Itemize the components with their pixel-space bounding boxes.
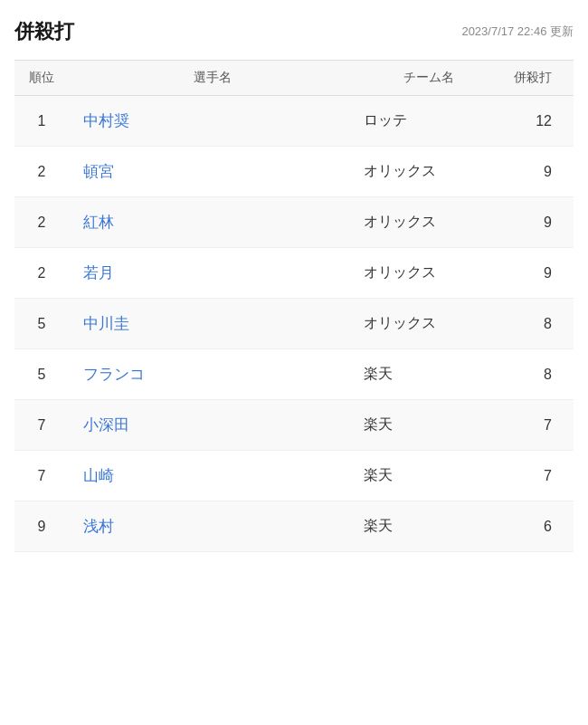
cell-team: 楽天	[356, 501, 501, 552]
cell-rank: 2	[14, 197, 69, 248]
cell-team: オリックス	[356, 147, 501, 197]
table-row: 7山崎楽天7	[14, 451, 574, 501]
table-row: 1中村奨ロッテ12	[14, 96, 574, 147]
cell-stat: 7	[501, 451, 574, 501]
cell-player[interactable]: フランコ	[69, 349, 356, 400]
cell-player[interactable]: 浅村	[69, 501, 356, 552]
col-stat: 併殺打	[501, 61, 574, 96]
col-player: 選手名	[69, 61, 356, 96]
cell-stat: 8	[501, 299, 574, 349]
cell-team: ロッテ	[356, 96, 501, 147]
page-title: 併殺打	[14, 18, 74, 45]
table-row: 2頓宮オリックス9	[14, 147, 574, 197]
table-row: 2紅林オリックス9	[14, 197, 574, 248]
cell-player[interactable]: 紅林	[69, 197, 356, 248]
cell-stat: 8	[501, 349, 574, 400]
col-team: チーム名	[356, 61, 501, 96]
cell-team: オリックス	[356, 248, 501, 299]
cell-stat: 12	[501, 96, 574, 147]
page-header: 併殺打 2023/7/17 22:46 更新	[14, 18, 574, 45]
table-row: 5中川圭オリックス8	[14, 299, 574, 349]
cell-player[interactable]: 頓宮	[69, 147, 356, 197]
cell-team: オリックス	[356, 299, 501, 349]
cell-rank: 7	[14, 451, 69, 501]
table-header-row: 順位 選手名 チーム名 併殺打	[14, 61, 574, 96]
update-time: 2023/7/17 22:46 更新	[461, 24, 574, 40]
cell-stat: 9	[501, 248, 574, 299]
table-row: 7小深田楽天7	[14, 400, 574, 451]
cell-player[interactable]: 若月	[69, 248, 356, 299]
cell-player[interactable]: 中村奨	[69, 96, 356, 147]
cell-rank: 1	[14, 96, 69, 147]
cell-rank: 5	[14, 299, 69, 349]
cell-player[interactable]: 小深田	[69, 400, 356, 451]
cell-team: オリックス	[356, 197, 501, 248]
cell-team: 楽天	[356, 349, 501, 400]
cell-stat: 6	[501, 501, 574, 552]
col-rank: 順位	[14, 61, 69, 96]
cell-rank: 5	[14, 349, 69, 400]
table-row: 5フランコ楽天8	[14, 349, 574, 400]
cell-rank: 2	[14, 147, 69, 197]
cell-rank: 9	[14, 501, 69, 552]
cell-player[interactable]: 山崎	[69, 451, 356, 501]
cell-team: 楽天	[356, 451, 501, 501]
cell-team: 楽天	[356, 400, 501, 451]
table-row: 9浅村楽天6	[14, 501, 574, 552]
table-row: 2若月オリックス9	[14, 248, 574, 299]
cell-rank: 7	[14, 400, 69, 451]
cell-stat: 9	[501, 197, 574, 248]
rankings-table: 順位 選手名 チーム名 併殺打 1中村奨ロッテ122頓宮オリックス92紅林オリッ…	[14, 60, 574, 552]
cell-rank: 2	[14, 248, 69, 299]
cell-stat: 7	[501, 400, 574, 451]
cell-player[interactable]: 中川圭	[69, 299, 356, 349]
cell-stat: 9	[501, 147, 574, 197]
